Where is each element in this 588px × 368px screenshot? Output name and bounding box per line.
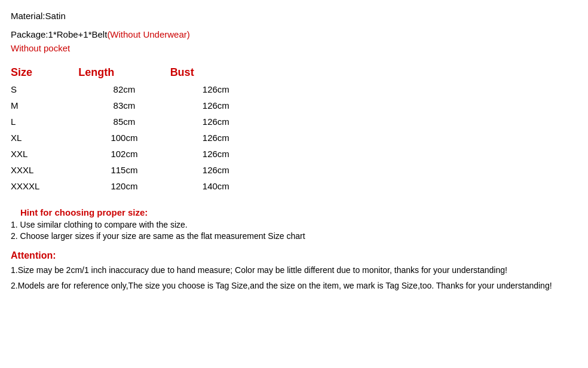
cell-bust: 140cm <box>170 178 262 194</box>
hint-title: Hint for choosing proper size: <box>20 207 577 217</box>
cell-length: 85cm <box>78 114 170 130</box>
cell-size: XXXL <box>11 162 78 178</box>
table-row: S82cm126cm <box>11 81 262 97</box>
col-header-length: Length <box>78 64 170 81</box>
cell-size: XXL <box>11 146 78 162</box>
material-value: Satin <box>45 11 66 21</box>
package-note: (Without Underwear) <box>107 29 189 39</box>
hint-item-2: 2. Choose larger sizes if your size are … <box>11 231 577 241</box>
cell-length: 100cm <box>78 130 170 146</box>
col-header-bust: Bust <box>170 64 262 81</box>
attention-title: Attention: <box>11 250 577 261</box>
cell-size: XL <box>11 130 78 146</box>
table-row: L85cm126cm <box>11 114 262 130</box>
table-row: XXL102cm126cm <box>11 146 262 162</box>
cell-bust: 126cm <box>170 97 262 114</box>
table-row: XL100cm126cm <box>11 130 262 146</box>
material-line: Material:Satin <box>11 11 577 21</box>
cell-length: 82cm <box>78 81 170 97</box>
attention-item-2: 2.Models are for reference only,The size… <box>11 280 577 292</box>
attention-section: Attention: 1.Size may be 2cm/1 inch inac… <box>11 250 577 292</box>
package-label: Package: <box>11 29 48 39</box>
cell-bust: 126cm <box>170 162 262 178</box>
material-label: Material: <box>11 11 45 21</box>
size-table: Size Length Bust S82cm126cmM83cm126cmL85… <box>11 64 262 194</box>
cell-length: 120cm <box>78 178 170 194</box>
cell-bust: 126cm <box>170 114 262 130</box>
cell-bust: 126cm <box>170 130 262 146</box>
table-row: XXXL115cm126cm <box>11 162 262 178</box>
col-header-size: Size <box>11 64 78 81</box>
hint-item-1: 1. Use similar clothing to compare with … <box>11 220 577 229</box>
cell-bust: 126cm <box>170 81 262 97</box>
hint-section: Hint for choosing proper size: 1. Use si… <box>11 207 577 241</box>
cell-size: M <box>11 97 78 114</box>
cell-size: L <box>11 114 78 130</box>
package-value: 1*Robe+1*Belt <box>48 29 108 39</box>
attention-item-1: 1.Size may be 2cm/1 inch inaccuracy due … <box>11 264 577 277</box>
cell-bust: 126cm <box>170 146 262 162</box>
cell-size: S <box>11 81 78 97</box>
cell-length: 102cm <box>78 146 170 162</box>
table-row: XXXXL120cm140cm <box>11 178 262 194</box>
without-pocket-text: Without pocket <box>11 43 577 53</box>
cell-size: XXXXL <box>11 178 78 194</box>
cell-length: 83cm <box>78 97 170 114</box>
package-line: Package:1*Robe+1*Belt(Without Underwear) <box>11 29 577 39</box>
cell-length: 115cm <box>78 162 170 178</box>
table-row: M83cm126cm <box>11 97 262 114</box>
